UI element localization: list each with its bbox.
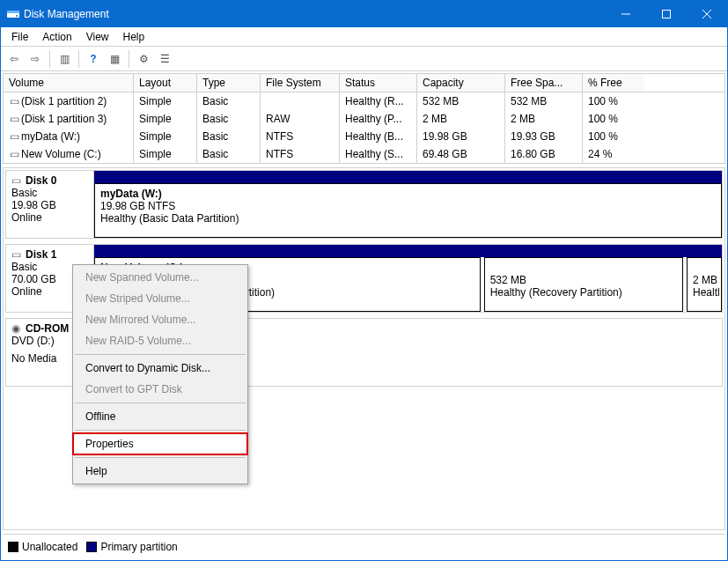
partition-status: Healthy (Recovery Partition) — [490, 286, 677, 299]
rescan-icon[interactable]: ☰ — [155, 49, 174, 69]
cell: Healthy (S... — [340, 145, 417, 163]
table-row[interactable]: ▭myData (W:) Simple Basic NTFS Healthy (… — [4, 128, 724, 145]
cell: RAW — [261, 110, 340, 128]
cell: 100 % — [583, 128, 644, 145]
cell: New Volume (C:) — [21, 148, 101, 160]
cell: Basic — [197, 92, 261, 110]
cell: 69.48 GB — [417, 145, 505, 163]
partition-size: 532 MB — [490, 274, 677, 286]
ctx-offline[interactable]: Offline — [73, 406, 247, 427]
titlebar: Disk Management — [1, 1, 727, 27]
close-button[interactable] — [687, 1, 727, 27]
separator — [75, 402, 246, 403]
context-menu: New Spanned Volume... New Striped Volume… — [72, 264, 248, 484]
app-icon — [6, 7, 20, 21]
menu-file[interactable]: File — [4, 29, 35, 45]
menu-action[interactable]: Action — [35, 29, 78, 45]
partition-size: 19.98 GB NTFS — [100, 200, 716, 212]
cell: myData (W:) — [21, 130, 80, 143]
ctx-convert-dynamic[interactable]: Convert to Dynamic Disk... — [73, 358, 247, 379]
ctx-new-striped: New Striped Volume... — [73, 288, 247, 309]
col-freespace[interactable]: Free Spa... — [505, 74, 583, 92]
toolbar: ⇦ ⇨ ▥ ? ▦ ⚙ ☰ — [1, 47, 727, 71]
ctx-new-mirrored: New Mirrored Volume... — [73, 309, 247, 330]
cell: 24 % — [583, 145, 644, 163]
partition-colorbar — [94, 171, 722, 183]
volume-icon: ▭ — [9, 130, 19, 143]
partition-title: myData (W:) — [100, 188, 716, 200]
menu-help[interactable]: Help — [116, 29, 152, 45]
refresh-icon[interactable]: ⚙ — [134, 49, 153, 69]
cell: 100 % — [583, 110, 644, 128]
table-row[interactable]: ▭(Disk 1 partition 3) Simple Basic RAW H… — [4, 110, 724, 128]
maximize-button[interactable] — [646, 1, 687, 27]
disk-status: Online — [11, 211, 88, 224]
disk-name: Disk 0 — [26, 174, 56, 187]
volume-icon: ▭ — [9, 95, 19, 107]
back-button[interactable]: ⇦ — [4, 49, 24, 69]
legend: Unallocated Primary partition — [3, 534, 725, 558]
forward-button[interactable]: ⇨ — [26, 49, 45, 69]
cell: (Disk 1 partition 3) — [21, 113, 107, 125]
graphical-view: ▭Disk 0 Basic 19.98 GB Online myData (W:… — [3, 167, 725, 530]
menu-view[interactable]: View — [79, 29, 116, 45]
col-type[interactable]: Type — [197, 74, 261, 92]
ctx-new-spanned: New Spanned Volume... — [73, 267, 247, 288]
col-percentfree[interactable]: % Free — [583, 74, 644, 92]
legend-primary: Primary partition — [86, 541, 177, 553]
disc-icon: ◉ — [11, 322, 24, 335]
volume-icon: ▭ — [9, 148, 19, 160]
cell: 532 MB — [417, 92, 505, 110]
cell: Basic — [197, 110, 261, 128]
ctx-help[interactable]: Help — [73, 461, 247, 482]
help-icon[interactable]: ? — [84, 49, 103, 69]
menubar: File Action View Help — [1, 27, 727, 47]
volume-icon: ▭ — [9, 113, 19, 125]
cell: Simple — [134, 145, 197, 163]
cell: Healthy (P... — [340, 110, 417, 128]
cell: 100 % — [583, 92, 644, 110]
table-row[interactable]: ▭(Disk 1 partition 2) Simple Basic Healt… — [4, 92, 724, 110]
disk-icon: ▭ — [11, 248, 24, 261]
separator — [75, 457, 246, 458]
table-row[interactable]: ▭New Volume (C:) Simple Basic NTFS Healt… — [4, 145, 724, 163]
settings-icon[interactable]: ▦ — [105, 49, 124, 69]
partition-box[interactable]: 532 MB Healthy (Recovery Partition) — [484, 257, 683, 312]
disk-name: CD-ROM — [26, 322, 69, 335]
partition-box[interactable]: 2 MB Healtl — [687, 257, 722, 312]
volume-list: Volume Layout Type File System Status Ca… — [3, 73, 725, 164]
svg-point-2 — [16, 15, 18, 17]
disk0-row: ▭Disk 0 Basic 19.98 GB Online myData (W:… — [5, 170, 723, 239]
cell: 19.93 GB — [505, 128, 583, 145]
col-filesystem[interactable]: File System — [261, 74, 340, 92]
cell: Simple — [134, 92, 197, 110]
cell: Basic — [197, 145, 261, 163]
partition-colorbar — [94, 245, 722, 257]
disk1-row: ▭Disk 1 Basic 70.00 GB Online New Volume… — [5, 244, 723, 313]
separator — [75, 430, 246, 431]
minimize-button[interactable] — [606, 1, 646, 27]
col-status[interactable]: Status — [340, 74, 417, 92]
cell: NTFS — [261, 128, 340, 145]
partition-title — [693, 262, 716, 274]
view-split-icon[interactable]: ▥ — [55, 49, 74, 69]
disk-size: 19.98 GB — [11, 199, 88, 211]
disk0-header[interactable]: ▭Disk 0 Basic 19.98 GB Online — [6, 171, 94, 238]
disk-management-window: Disk Management File Action View Help ⇦ … — [0, 0, 728, 561]
ctx-properties[interactable]: Properties — [73, 433, 247, 454]
cell — [261, 92, 340, 110]
partition-title — [490, 262, 677, 274]
legend-unallocated: Unallocated — [8, 541, 77, 553]
cell: (Disk 1 partition 2) — [21, 95, 107, 107]
col-layout[interactable]: Layout — [134, 74, 197, 92]
cell: 2 MB — [505, 110, 583, 128]
svg-rect-1 — [7, 11, 19, 13]
partition-box[interactable]: myData (W:) 19.98 GB NTFS Healthy (Basic… — [94, 183, 722, 238]
col-capacity[interactable]: Capacity — [417, 74, 505, 92]
svg-rect-4 — [663, 11, 671, 18]
col-volume[interactable]: Volume — [4, 74, 134, 92]
window-title: Disk Management — [24, 8, 109, 20]
swatch-icon — [8, 542, 18, 552]
cell: 16.80 GB — [505, 145, 583, 163]
disk-icon: ▭ — [11, 174, 24, 187]
